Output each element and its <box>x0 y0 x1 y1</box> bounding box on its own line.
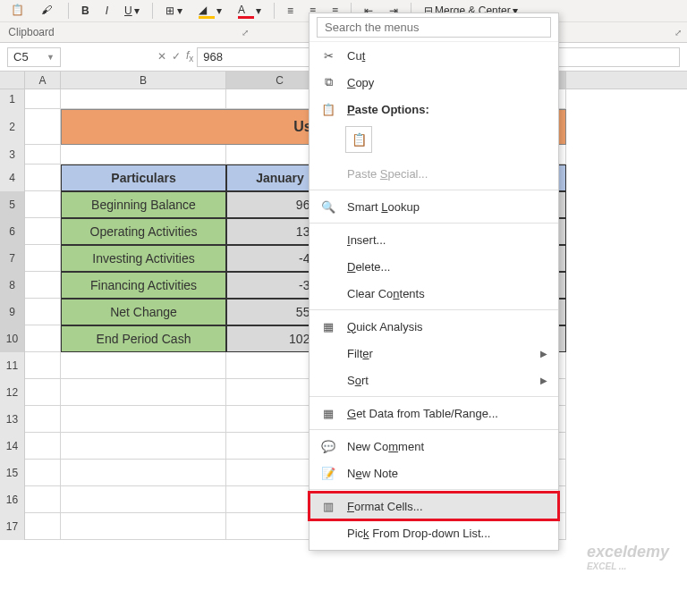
bold-button[interactable]: B <box>78 3 93 19</box>
cell[interactable] <box>25 109 61 145</box>
menu-label: Paste Options: <box>347 103 547 116</box>
row-header[interactable]: 4 <box>0 165 25 191</box>
col-header-B[interactable]: B <box>61 72 226 89</box>
cell[interactable] <box>25 486 61 513</box>
row-label[interactable]: Operating Activities <box>61 218 226 245</box>
font-launcher[interactable]: ⤢ <box>669 28 687 38</box>
blank-icon <box>320 258 336 274</box>
menu-separator <box>310 309 558 310</box>
borders-button[interactable]: ⊞ ▾ <box>162 3 186 19</box>
blank-icon <box>320 232 336 248</box>
menu-label: Insert... <box>347 233 547 247</box>
clipboard-launcher[interactable]: ⤢ <box>236 28 254 38</box>
menu-search-input[interactable] <box>317 17 551 38</box>
row-header[interactable]: 3 <box>0 145 25 165</box>
cell[interactable] <box>25 460 61 486</box>
cell[interactable] <box>25 299 61 325</box>
row-header[interactable]: 8 <box>0 272 25 299</box>
row-header[interactable]: 2 <box>0 109 25 145</box>
row-header[interactable]: 12 <box>0 379 25 406</box>
select-all-corner[interactable] <box>0 72 25 89</box>
chevron-down-icon[interactable]: ▼ <box>47 53 55 62</box>
menu-new-comment[interactable]: 💬 New Comment <box>310 433 558 460</box>
watermark-text: exceldemy <box>587 543 669 561</box>
menu-cut[interactable]: ✂ Cut <box>310 42 558 69</box>
row-header[interactable]: 16 <box>0 486 25 513</box>
row-label[interactable]: Net Change <box>61 299 226 325</box>
align-top-button[interactable]: ≡ <box>284 3 297 19</box>
paste-option-button[interactable]: 📋 <box>345 126 372 153</box>
row-header[interactable]: 9 <box>0 299 25 325</box>
cell[interactable] <box>25 165 61 191</box>
cell[interactable] <box>25 272 61 299</box>
row-label[interactable]: Investing Activities <box>61 245 226 272</box>
header-particulars[interactable]: Particulars <box>61 165 226 191</box>
menu-pick-from-list[interactable]: Pick From Drop-down List... <box>310 519 558 546</box>
menu-delete[interactable]: Delete... <box>310 253 558 280</box>
menu-label: Quick Analysis <box>347 320 547 333</box>
row-header[interactable]: 6 <box>0 218 25 245</box>
row-header[interactable]: 1 <box>0 89 25 109</box>
menu-separator <box>310 223 558 224</box>
menu-label: Filter <box>347 347 530 360</box>
row-label[interactable]: Beginning Balance <box>61 191 226 218</box>
brush-icon: 🖌 <box>41 4 55 18</box>
row-header[interactable]: 17 <box>0 513 25 540</box>
underline-button[interactable]: U ▾ <box>121 3 143 19</box>
cell[interactable] <box>25 245 61 272</box>
cell[interactable] <box>25 379 61 406</box>
col-header-A[interactable]: A <box>25 72 61 89</box>
cell[interactable] <box>25 513 61 540</box>
cell[interactable] <box>61 513 226 540</box>
cell[interactable] <box>61 145 226 165</box>
cell[interactable] <box>25 89 61 109</box>
italic-button[interactable]: I <box>102 3 112 19</box>
row-label[interactable]: End Period Cash <box>61 325 226 352</box>
row-header[interactable]: 10 <box>0 325 25 352</box>
blank-icon <box>320 372 336 388</box>
enter-formula-button[interactable]: ✓ <box>172 50 181 63</box>
menu-smart-lookup[interactable]: 🔍 Smart Lookup <box>310 193 558 220</box>
row-header[interactable]: 15 <box>0 460 25 486</box>
menu-new-note[interactable]: 📝 New Note <box>310 460 558 486</box>
row-header[interactable]: 5 <box>0 191 25 218</box>
menu-insert[interactable]: Insert... <box>310 226 558 253</box>
separator <box>68 3 69 19</box>
menu-copy[interactable]: ⧉ Copy <box>310 69 558 96</box>
font-color-button[interactable]: A ▾ <box>234 2 265 21</box>
cell[interactable] <box>25 325 61 352</box>
menu-filter[interactable]: Filter ▶ <box>310 340 558 367</box>
cell[interactable] <box>61 352 226 379</box>
cell[interactable] <box>61 406 226 433</box>
row-header[interactable]: 7 <box>0 245 25 272</box>
menu-clear-contents[interactable]: Clear Contents <box>310 280 558 307</box>
cancel-formula-button[interactable]: ✕ <box>157 50 166 63</box>
cell[interactable] <box>25 145 61 165</box>
paste-button[interactable]: 📋 <box>7 2 29 20</box>
cell[interactable] <box>61 379 226 406</box>
cell[interactable] <box>25 218 61 245</box>
fx-button[interactable]: fx <box>186 49 193 63</box>
menu-format-cells[interactable]: ▥ Format Cells... <box>310 493 558 519</box>
cell[interactable] <box>61 460 226 486</box>
cell[interactable] <box>61 89 226 109</box>
row-header[interactable]: 13 <box>0 406 25 433</box>
cell[interactable] <box>61 486 226 513</box>
row-header[interactable]: 11 <box>0 352 25 379</box>
row-label[interactable]: Financing Activities <box>61 272 226 299</box>
clipboard-icon: 📋 <box>320 101 336 117</box>
row-header[interactable]: 14 <box>0 433 25 460</box>
menu-sort[interactable]: Sort ▶ <box>310 367 558 393</box>
cell[interactable] <box>25 406 61 433</box>
menu-quick-analysis[interactable]: ▦ Quick Analysis <box>310 313 558 340</box>
name-box[interactable]: C5 ▼ <box>7 47 61 67</box>
cell[interactable] <box>61 433 226 460</box>
cell[interactable] <box>25 191 61 218</box>
fill-color-button[interactable]: ◢ ▾ <box>195 2 225 21</box>
menu-get-data[interactable]: ▦ Get Data from Table/Range... <box>310 400 558 426</box>
cell[interactable] <box>25 433 61 460</box>
format-painter-button[interactable]: 🖌 <box>38 2 59 20</box>
cell[interactable] <box>25 352 61 379</box>
menu-label: Pick From Drop-down List... <box>347 527 547 540</box>
search-icon: 🔍 <box>320 198 336 215</box>
